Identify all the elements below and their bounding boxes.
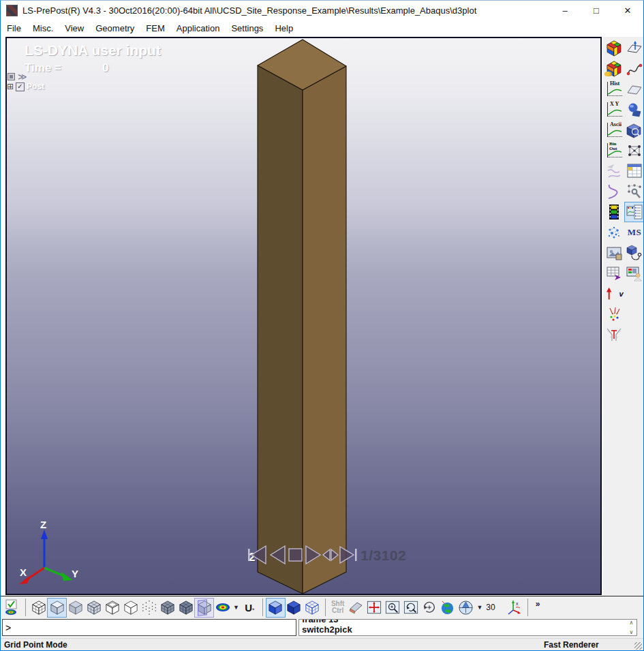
graphics-viewport[interactable]: LS-DYNA user input Time = 0 ≫ ⊞ ✓ Post 2 xyxy=(5,37,602,595)
surface-plate-button[interactable] xyxy=(625,80,644,99)
follow-view-button[interactable] xyxy=(604,243,624,262)
projection-button[interactable] xyxy=(457,599,475,617)
key-icon xyxy=(604,72,612,76)
wireframe-blue-cube-button[interactable] xyxy=(303,599,322,617)
angle-dropdown-arrow[interactable]: ▼ xyxy=(476,604,482,611)
ms-tool-button[interactable]: MS xyxy=(625,223,644,242)
node-points-mode-button[interactable] xyxy=(140,599,158,617)
globe-view-button[interactable] xyxy=(438,599,457,617)
wireframe-mode-button[interactable] xyxy=(29,599,48,617)
minimize-button[interactable]: – xyxy=(549,1,581,20)
post-checkbox[interactable]: ✓ xyxy=(16,82,25,91)
panel-expand-chevrons[interactable]: ≫ xyxy=(18,74,27,80)
command-input[interactable] xyxy=(2,619,296,636)
particle-cloud-button[interactable] xyxy=(604,223,624,242)
mode-status: Grid Point Mode xyxy=(4,640,67,650)
close-button[interactable]: ✕ xyxy=(612,1,643,20)
time-value: 0 xyxy=(102,61,108,75)
fringe-cube-button[interactable] xyxy=(604,39,624,58)
ascii-plot-icon: Ascii xyxy=(605,121,623,139)
presentation-button[interactable] xyxy=(625,264,644,283)
post-label: Post xyxy=(27,82,44,91)
menu-application[interactable]: Application xyxy=(177,23,220,33)
particle-trace-button[interactable] xyxy=(604,162,624,181)
rotation-angle-value[interactable]: 30 xyxy=(486,603,495,612)
play-backward-button[interactable] xyxy=(271,546,285,564)
resize-grip[interactable] xyxy=(634,642,642,650)
axis-y-label: Y xyxy=(72,568,78,579)
clip-plane-mode-button[interactable] xyxy=(195,599,213,617)
fringe-dropdown-arrow[interactable]: ▼ xyxy=(233,604,239,611)
panel-collapse-button[interactable] xyxy=(7,73,15,80)
scroll-down-icon[interactable]: ∨ xyxy=(630,629,634,635)
scroll-up-icon[interactable]: ∧ xyxy=(630,620,634,626)
menu-file[interactable]: File xyxy=(7,23,21,33)
stop-button[interactable] xyxy=(289,549,302,561)
shaded-mode-button[interactable] xyxy=(48,599,66,617)
menu-geometry[interactable]: Geometry xyxy=(95,23,134,33)
model-check-button[interactable] xyxy=(625,182,644,201)
ascii-plot-button[interactable]: Ascii xyxy=(604,121,624,140)
menu-settings[interactable]: Settings xyxy=(231,23,263,33)
binout-plot-button[interactable]: BinOut xyxy=(604,141,624,160)
tree-expand-icon[interactable]: ⊞ xyxy=(7,82,14,91)
edge-outline-mode-button[interactable] xyxy=(121,599,140,617)
menu-misc[interactable]: Misc. xyxy=(33,23,53,33)
spline-curve-button[interactable] xyxy=(625,59,644,78)
history-plot-button[interactable]: Hist xyxy=(604,80,624,99)
diagnose-button[interactable] xyxy=(625,243,644,262)
axis-z-label: Z xyxy=(40,519,46,530)
zoom-rotate-button[interactable] xyxy=(401,599,420,617)
rotate-view-button[interactable] xyxy=(420,599,438,617)
step-forward-button[interactable] xyxy=(331,549,338,560)
section-plane-button[interactable] xyxy=(625,39,644,58)
axis-toggle-button[interactable] xyxy=(506,599,524,617)
perspective-cube-button[interactable] xyxy=(266,599,285,617)
command-row: frame 13 switch2pick ∧ ∨ xyxy=(1,618,643,638)
mesh-atoms-button[interactable] xyxy=(625,141,644,160)
geometry-tool-button[interactable] xyxy=(625,100,644,119)
vector-plot-button[interactable]: v xyxy=(604,284,624,303)
message-log-scrollbar[interactable]: ∧ ∨ xyxy=(627,620,636,635)
open-edge-mode-button[interactable] xyxy=(103,599,121,617)
flat-shade-mode-button[interactable] xyxy=(66,599,85,617)
animate-button[interactable] xyxy=(604,202,624,222)
xy-plot-button[interactable]: X Y xyxy=(604,100,624,119)
measure-cube-button[interactable] xyxy=(625,121,644,140)
fringe-plot-toggle-button[interactable] xyxy=(3,599,22,617)
shaded-mesh-mode-button[interactable] xyxy=(85,599,103,617)
title-bar[interactable]: LS-PrePost(R) V4.3 - 30Oct2016(20:00)-64… xyxy=(1,1,643,20)
menu-view[interactable]: View xyxy=(65,23,84,33)
eraser-button[interactable] xyxy=(346,599,365,617)
first-frame-button[interactable] xyxy=(251,546,266,564)
toolbar-overflow-button[interactable]: » xyxy=(536,599,540,609)
frame-counter: 1/3102 xyxy=(361,547,406,564)
section-cut-button[interactable] xyxy=(604,325,624,344)
message-line: frame 13 xyxy=(302,619,637,624)
menu-help[interactable]: Help xyxy=(275,23,293,33)
dark-mesh-mode-button[interactable] xyxy=(158,599,177,617)
clip-plane-overlay-icon xyxy=(198,599,207,616)
dark-mesh-alt-mode-button[interactable] xyxy=(177,599,195,617)
fringe-range-button[interactable] xyxy=(213,599,232,617)
spreadsheet-button[interactable] xyxy=(625,162,644,181)
right-toolbar: Hist X Y Ascii BinOut v MS xyxy=(603,37,644,596)
pan-button[interactable] xyxy=(365,599,383,617)
last-frame-button[interactable] xyxy=(340,547,354,563)
bottom-toolbar: ▼ U* ShftCtrl ▼ 30 » xyxy=(1,596,643,618)
state-scene-button[interactable] xyxy=(625,202,644,222)
key-cube-button[interactable] xyxy=(604,59,624,78)
axis-triad: Z X Y xyxy=(10,519,85,587)
step-back-button[interactable] xyxy=(323,549,330,560)
play-forward-button[interactable] xyxy=(306,546,320,564)
trace-scatter-button[interactable] xyxy=(604,305,624,324)
shift-ctrl-hint: ShftCtrl xyxy=(331,601,344,614)
undeformed-toggle-button[interactable]: U* xyxy=(241,599,259,617)
path-curve-button[interactable] xyxy=(604,182,624,201)
solid-blue-cube-button[interactable] xyxy=(285,599,303,617)
overlay-title: LS-DYNA user input xyxy=(25,42,161,59)
maximize-button[interactable]: □ xyxy=(581,1,612,20)
zoom-in-button[interactable] xyxy=(383,599,401,617)
output-table-button[interactable] xyxy=(604,264,624,283)
menu-fem[interactable]: FEM xyxy=(146,23,164,33)
